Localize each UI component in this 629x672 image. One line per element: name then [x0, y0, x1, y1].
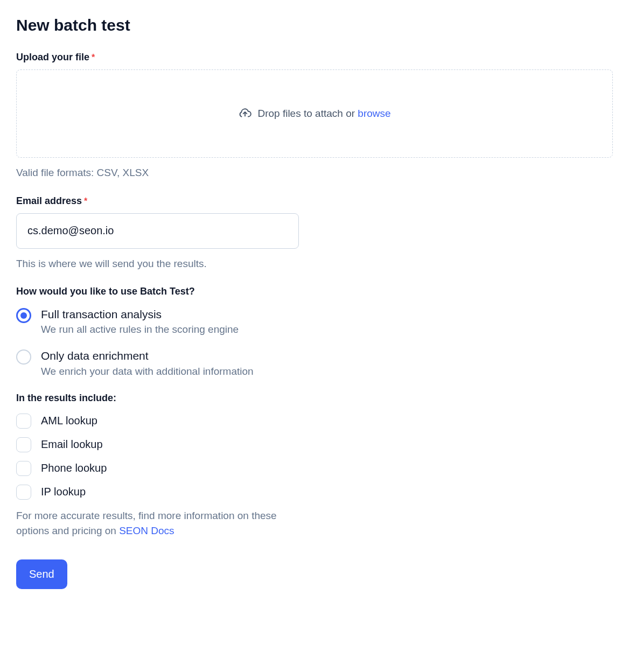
radio-description: We enrich your data with additional info…: [41, 366, 254, 377]
required-star: *: [92, 53, 95, 62]
seon-docs-link[interactable]: SEON Docs: [119, 525, 174, 536]
required-star: *: [84, 197, 87, 206]
checkbox-ip-lookup[interactable]: IP lookup: [16, 485, 613, 500]
usage-label: How would you like to use Batch Test?: [16, 286, 613, 297]
email-help: This is where we will send you the resul…: [16, 256, 613, 271]
dropzone-text: Drop files to attach or: [257, 108, 358, 119]
email-field-group: Email address* This is where we will sen…: [16, 195, 613, 271]
email-label: Email address: [16, 195, 82, 207]
radio-description: We run all active rules in the scoring e…: [41, 324, 239, 335]
usage-field-group: How would you like to use Batch Test? Fu…: [16, 286, 613, 377]
send-button[interactable]: Send: [16, 559, 67, 589]
upload-label: Upload your file: [16, 52, 89, 63]
cloud-upload-icon: [238, 106, 252, 122]
email-input[interactable]: [16, 213, 299, 249]
radio-title: Full transaction analysis: [41, 307, 239, 321]
checkbox[interactable]: [16, 437, 31, 452]
checkbox-label: IP lookup: [41, 486, 86, 498]
checkbox[interactable]: [16, 461, 31, 476]
results-field-group: In the results include: AML lookup Email…: [16, 393, 613, 539]
checkbox-label: Phone lookup: [41, 462, 107, 474]
checkbox-aml-lookup[interactable]: AML lookup: [16, 414, 613, 429]
file-dropzone[interactable]: Drop files to attach or browse: [16, 69, 613, 158]
radio-button[interactable]: [16, 308, 31, 323]
radio-button[interactable]: [16, 349, 31, 365]
results-label: In the results include:: [16, 393, 613, 404]
checkbox-phone-lookup[interactable]: Phone lookup: [16, 461, 613, 476]
upload-formats-help: Valid file formats: CSV, XLSX: [16, 165, 613, 180]
browse-link[interactable]: browse: [358, 108, 390, 119]
results-note: For more accurate results, find more inf…: [16, 508, 296, 539]
checkbox[interactable]: [16, 414, 31, 429]
radio-option-data-enrichment[interactable]: Only data enrichment We enrich your data…: [16, 348, 613, 377]
upload-field-group: Upload your file* Drop files to attach o…: [16, 52, 613, 180]
radio-title: Only data enrichment: [41, 348, 254, 363]
checkbox[interactable]: [16, 485, 31, 500]
page-title: New batch test: [16, 16, 613, 34]
checkbox-email-lookup[interactable]: Email lookup: [16, 437, 613, 452]
checkbox-label: Email lookup: [41, 438, 103, 451]
checkbox-label: AML lookup: [41, 415, 97, 427]
radio-option-full-analysis[interactable]: Full transaction analysis We run all act…: [16, 307, 613, 335]
